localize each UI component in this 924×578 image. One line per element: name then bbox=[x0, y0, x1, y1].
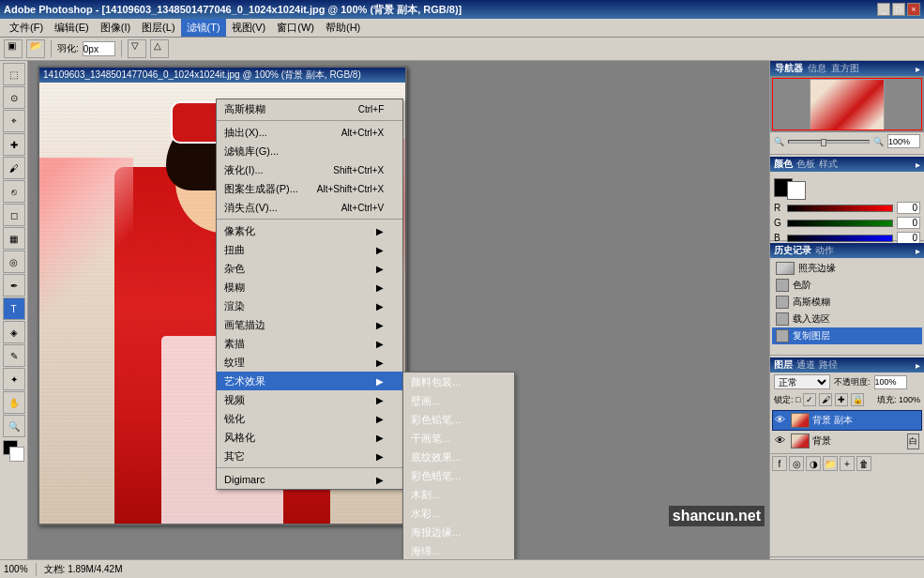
filter-item-other[interactable]: 其它 ▶ bbox=[217, 447, 402, 465]
tool-text[interactable]: T bbox=[3, 297, 25, 320]
tool-lasso[interactable]: ⊙ bbox=[3, 86, 25, 109]
art-colored-pencil[interactable]: 彩色铅笔... bbox=[403, 410, 514, 429]
toolbar-feather-input[interactable] bbox=[83, 41, 115, 56]
color-slider-b[interactable] bbox=[787, 235, 893, 242]
tool-brush[interactable]: 🖌 bbox=[3, 157, 25, 179]
lock-transparent-btn[interactable]: ✓ bbox=[803, 393, 816, 406]
layers-tab-paths[interactable]: 路径 bbox=[819, 358, 838, 372]
filter-item-brushstrokes[interactable]: 画笔描边 ▶ bbox=[217, 315, 402, 334]
layer-delete-btn[interactable]: 🗑 bbox=[856, 456, 871, 471]
layer-item-bg[interactable]: 👁 背景 白 bbox=[772, 431, 922, 451]
history-item-gauss[interactable]: 高斯模糊 bbox=[772, 294, 922, 311]
art-fresco[interactable]: 壁画... bbox=[403, 391, 514, 410]
tool-shape[interactable]: ◈ bbox=[3, 321, 25, 343]
filter-item-render[interactable]: 渲染 ▶ bbox=[217, 297, 402, 315]
lock-move-btn[interactable]: ✚ bbox=[835, 393, 848, 406]
menu-image[interactable]: 图像(I) bbox=[95, 19, 136, 37]
menu-help[interactable]: 帮助(H) bbox=[320, 19, 366, 37]
filter-item-blur[interactable]: 模糊 ▶ bbox=[217, 278, 402, 297]
layer-new-btn[interactable]: + bbox=[840, 456, 855, 471]
toolbar-btn3[interactable]: △ bbox=[150, 39, 169, 58]
layers-tab-layers[interactable]: 图层 bbox=[774, 358, 793, 372]
toolbar-btn2[interactable]: ▽ bbox=[128, 39, 146, 58]
history-snapshot-item[interactable]: 照亮边缘 bbox=[772, 260, 922, 277]
nav-zoom-input[interactable] bbox=[887, 134, 920, 148]
filter-item-distort[interactable]: 扭曲 ▶ bbox=[217, 240, 402, 259]
nav-tab-navigator[interactable]: 导航器 bbox=[775, 62, 803, 75]
menu-view[interactable]: 视图(V) bbox=[226, 19, 272, 37]
layer-eye-2[interactable]: 👁 bbox=[775, 434, 788, 448]
close-button[interactable]: × bbox=[907, 3, 920, 16]
art-cutout[interactable]: 木刻... bbox=[403, 485, 514, 504]
minimize-button[interactable]: _ bbox=[877, 3, 890, 16]
layer-item-copy[interactable]: 👁 背景 副本 bbox=[772, 410, 922, 431]
history-tab-actions[interactable]: 动作 bbox=[815, 244, 834, 257]
art-underpainting[interactable]: 底纹效果... bbox=[403, 448, 514, 466]
layer-eye-1[interactable]: 👁 bbox=[775, 414, 788, 427]
filter-item-artistic[interactable]: 艺术效果 ▶ 颜料包装... 壁画... 彩色铅笔... 干画笔... 底纹效果… bbox=[217, 372, 402, 390]
bg-color-swatch[interactable] bbox=[787, 181, 806, 200]
tool-dodge[interactable]: ◎ bbox=[3, 251, 25, 273]
tool-zoom[interactable]: 🔍 bbox=[3, 415, 25, 437]
filter-item-extract[interactable]: 抽出(X)... Alt+Ctrl+X bbox=[217, 123, 402, 142]
tool-gradient[interactable]: ▦ bbox=[3, 227, 25, 250]
layer-group-btn[interactable]: 📁 bbox=[823, 456, 838, 471]
color-tab-swatches[interactable]: 色板 bbox=[796, 158, 815, 171]
tool-eyedropper[interactable]: ✦ bbox=[3, 368, 25, 390]
fg-bg-colors[interactable] bbox=[3, 440, 25, 463]
opacity-input[interactable] bbox=[874, 375, 907, 389]
history-item-loadsel[interactable]: 载入选区 bbox=[772, 311, 922, 327]
art-sponge[interactable]: 海绵... bbox=[403, 541, 514, 559]
tool-healing[interactable]: ✚ bbox=[3, 133, 25, 156]
filter-item-video[interactable]: 视频 ▶ bbox=[217, 390, 402, 409]
lock-all-btn[interactable]: 🔒 bbox=[851, 393, 864, 406]
filter-item-pixelate[interactable]: 像素化 ▶ bbox=[217, 221, 402, 240]
history-item-levels[interactable]: 色阶 bbox=[772, 277, 922, 294]
color-tab-color[interactable]: 颜色 bbox=[774, 158, 793, 171]
history-item-duplicate[interactable]: 复制图层 bbox=[772, 327, 922, 344]
tool-clone[interactable]: ⎋ bbox=[3, 180, 25, 203]
lock-paint-btn[interactable]: 🖌 bbox=[819, 393, 832, 406]
nav-tab-info[interactable]: 信息 bbox=[808, 62, 826, 75]
toolbar-open[interactable]: 📂 bbox=[26, 39, 45, 58]
filter-item-patternmaker[interactable]: 图案生成器(P)... Alt+Shift+Ctrl+X bbox=[217, 179, 402, 198]
color-tab-styles[interactable]: 样式 bbox=[819, 158, 838, 171]
nav-slider[interactable] bbox=[788, 140, 870, 144]
layer-adjustment-btn[interactable]: ◑ bbox=[806, 456, 821, 471]
tool-notes[interactable]: ✎ bbox=[3, 344, 25, 367]
filter-item-stylize[interactable]: 风格化 ▶ bbox=[217, 428, 402, 447]
menu-filter[interactable]: 滤镜(T) bbox=[181, 19, 226, 37]
art-poster-edges[interactable]: 海报边缘... bbox=[403, 523, 514, 541]
filter-item-gaussblur[interactable]: 高斯模糊 Ctrl+F bbox=[217, 99, 402, 118]
history-menu-icon[interactable]: ▸ bbox=[916, 246, 920, 256]
nav-slider-thumb[interactable] bbox=[821, 139, 826, 146]
filter-item-gallery[interactable]: 滤镜库(G)... bbox=[217, 142, 402, 160]
blend-mode-select[interactable]: 正常 bbox=[774, 374, 830, 389]
tool-hand[interactable]: ✋ bbox=[3, 391, 25, 414]
layers-tab-channels[interactable]: 通道 bbox=[796, 358, 815, 372]
filter-item-noise[interactable]: 杂色 ▶ bbox=[217, 259, 402, 278]
filter-item-sharpen[interactable]: 锐化 ▶ bbox=[217, 409, 402, 428]
maximize-button[interactable]: □ bbox=[892, 3, 905, 16]
menu-edit[interactable]: 编辑(E) bbox=[49, 19, 95, 37]
art-watercolor[interactable]: 水彩... bbox=[403, 504, 514, 523]
menu-window[interactable]: 窗口(W) bbox=[271, 19, 320, 37]
tool-crop[interactable]: ⌖ bbox=[3, 110, 25, 132]
filter-item-digimarc[interactable]: Digimarc ▶ bbox=[217, 470, 402, 489]
color-slider-g[interactable] bbox=[787, 220, 893, 227]
filter-item-sketch[interactable]: 素描 ▶ bbox=[217, 334, 402, 353]
background-color[interactable] bbox=[9, 447, 24, 462]
filter-item-texture[interactable]: 纹理 ▶ bbox=[217, 353, 402, 372]
color-value-g[interactable] bbox=[897, 217, 920, 229]
tool-eraser[interactable]: ◻ bbox=[3, 204, 25, 226]
filter-item-liquify[interactable]: 液化(I)... Shift+Ctrl+X bbox=[217, 160, 402, 179]
art-paint-daubs[interactable]: 颜料包装... bbox=[403, 373, 514, 391]
menu-layer[interactable]: 图层(L) bbox=[136, 19, 180, 37]
filter-item-vanishing[interactable]: 消失点(V)... Alt+Ctrl+V bbox=[217, 198, 402, 217]
color-value-r[interactable] bbox=[897, 202, 920, 214]
nav-tab-histogram[interactable]: 直方图 bbox=[831, 62, 859, 75]
art-colored-crayon[interactable]: 彩色蜡笔... bbox=[403, 466, 514, 485]
tool-pen[interactable]: ✒ bbox=[3, 274, 25, 297]
layer-mask-btn[interactable]: ◎ bbox=[789, 456, 804, 471]
tool-marquee[interactable]: ⬚ bbox=[3, 63, 25, 85]
